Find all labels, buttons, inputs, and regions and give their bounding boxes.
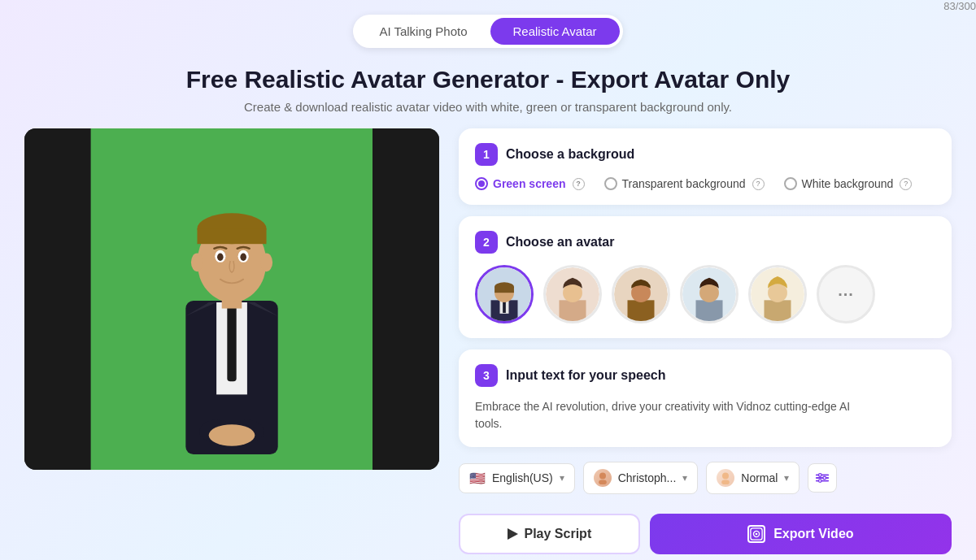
voice-label: Christoph...	[618, 471, 677, 484]
help-icon-transparent[interactable]: ?	[752, 178, 765, 190]
bg-options: Green screen ? Transparent background ? …	[475, 177, 935, 190]
voice-dropdown[interactable]: Christoph... ▾	[583, 462, 699, 494]
hero-section: Free Realistic Avatar Generator - Export…	[0, 58, 976, 128]
avatar-5[interactable]	[748, 265, 807, 323]
svg-rect-40	[721, 480, 730, 484]
radio-green	[475, 177, 488, 190]
tab-realistic-avatar[interactable]: Realistic Avatar	[490, 18, 620, 45]
bg-option-transparent[interactable]: Transparent background ?	[604, 177, 765, 190]
export-video-button[interactable]: Export Video	[650, 514, 952, 554]
avatar-person-svg	[118, 163, 346, 470]
dark-side-left	[24, 128, 91, 470]
step3-badge: 3	[475, 364, 498, 387]
avatars-row: ···	[475, 265, 935, 323]
avatar-3[interactable]	[612, 265, 670, 323]
svg-rect-8	[197, 228, 266, 244]
hero-title: Free Realistic Avatar Generator - Export…	[0, 66, 976, 93]
settings-icon	[815, 471, 830, 485]
dark-side-right	[373, 128, 439, 470]
step1-header: 1 Choose a backgroud	[475, 143, 935, 166]
svg-rect-2	[227, 305, 236, 382]
main-content: 1 Choose a backgroud Green screen ? Tran…	[0, 128, 976, 554]
step1-title: Choose a backgroud	[506, 147, 634, 162]
svg-point-49	[756, 533, 758, 536]
svg-rect-26	[560, 300, 586, 321]
language-dropdown[interactable]: 🇺🇸 English(US) ▾	[459, 463, 575, 493]
step2-badge: 2	[475, 231, 498, 254]
step2-header: 2 Choose an avatar	[475, 231, 935, 254]
avatar-4[interactable]	[680, 265, 739, 323]
svg-point-39	[722, 473, 729, 480]
radio-transparent	[604, 177, 617, 190]
bg-transparent-label: Transparent background	[622, 177, 746, 190]
help-icon-green[interactable]: ?	[573, 178, 585, 190]
language-label: English(US)	[492, 471, 553, 484]
svg-rect-21	[503, 301, 506, 313]
svg-point-14	[260, 254, 272, 272]
bg-white-label: White background	[802, 177, 894, 190]
speed-chevron: ▾	[784, 472, 789, 484]
action-buttons: Play Script Export Video	[459, 514, 952, 554]
export-video-label: Export Video	[773, 527, 853, 541]
avatar-2[interactable]	[543, 265, 602, 323]
top-nav: AI Talking Photo Realistic Avatar	[0, 0, 976, 58]
svg-rect-24	[495, 287, 514, 293]
svg-point-46	[819, 480, 822, 483]
step1-card: 1 Choose a backgroud Green screen ? Tran…	[459, 128, 952, 205]
svg-rect-29	[628, 300, 655, 321]
more-dots: ···	[838, 285, 854, 304]
language-chevron: ▾	[560, 472, 564, 484]
svg-point-45	[823, 476, 826, 480]
svg-point-10	[217, 254, 224, 261]
hero-subtitle: Create & download realistic avatar video…	[0, 100, 976, 114]
svg-rect-38	[599, 480, 607, 484]
speed-avatar-icon	[717, 469, 734, 487]
svg-point-37	[599, 473, 606, 480]
tab-switcher: AI Talking Photo Realistic Avatar	[353, 15, 622, 48]
help-icon-white[interactable]: ?	[900, 178, 912, 190]
svg-point-13	[191, 254, 203, 272]
play-script-button[interactable]: Play Script	[459, 514, 640, 554]
settings-btn[interactable]	[808, 463, 837, 493]
step3-title: Input text for your speech	[506, 368, 665, 383]
video-preview	[24, 128, 439, 470]
bg-option-white[interactable]: White background ?	[784, 177, 913, 190]
bottom-controls: 🇺🇸 English(US) ▾ Christoph... ▾	[459, 462, 952, 494]
voice-avatar-icon	[594, 469, 612, 487]
text-counter: 83/300	[943, 0, 976, 12]
radio-white	[784, 177, 797, 190]
speed-dropdown[interactable]: Normal ▾	[706, 462, 800, 494]
right-panel: 1 Choose a backgroud Green screen ? Tran…	[459, 128, 952, 554]
svg-point-17	[209, 424, 255, 445]
export-icon	[747, 525, 765, 543]
svg-rect-32	[696, 300, 723, 321]
app-container: AI Talking Photo Realistic Avatar Free R…	[0, 0, 976, 554]
play-icon	[508, 528, 518, 540]
step3-header: 3 Input text for your speech 83/300	[475, 364, 935, 387]
avatar-1[interactable]	[475, 265, 534, 323]
step1-badge: 1	[475, 143, 498, 166]
play-script-label: Play Script	[525, 527, 592, 541]
bg-green-label: Green screen	[493, 177, 566, 190]
tab-ai-talking-photo[interactable]: AI Talking Photo	[356, 18, 490, 45]
svg-point-12	[240, 254, 246, 261]
more-avatars-btn[interactable]: ···	[817, 265, 875, 323]
voice-chevron: ▾	[682, 472, 687, 484]
language-flag: 🇺🇸	[469, 471, 486, 486]
step2-title: Choose an avatar	[506, 235, 614, 250]
video-inner	[24, 128, 439, 470]
speed-label: Normal	[741, 471, 778, 484]
step3-card: 3 Input text for your speech 83/300 Embr…	[459, 349, 952, 447]
svg-point-44	[819, 474, 822, 477]
step2-card: 2 Choose an avatar	[459, 216, 952, 338]
speech-text[interactable]: Embrace the AI revolution, drive your cr…	[475, 398, 935, 432]
svg-rect-35	[765, 300, 791, 321]
bg-option-green[interactable]: Green screen ?	[475, 177, 585, 190]
